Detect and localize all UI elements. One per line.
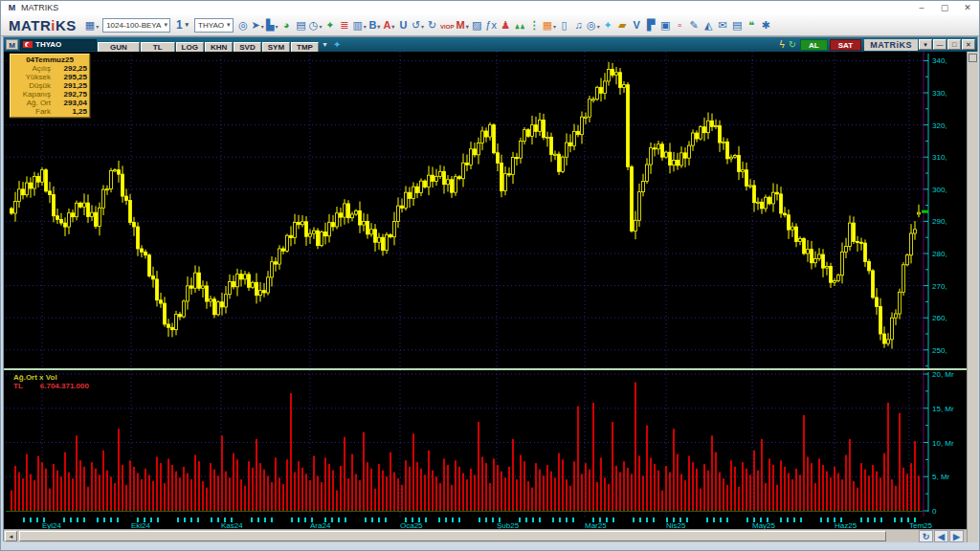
chart-mode-button-gun[interactable]: GUN — [98, 42, 140, 53]
calculator-icon[interactable]: ▤ — [731, 17, 744, 33]
svg-text:300,: 300, — [932, 186, 947, 194]
chart-area[interactable]: 340,330,320,310,300,290,280,270,260,250,… — [4, 52, 977, 542]
twitter-icon[interactable]: ✦ — [602, 17, 614, 33]
bold-icon[interactable]: B▾ — [368, 17, 381, 34]
chart-mode-button-svd[interactable]: SVD — [234, 42, 260, 53]
info-row-aort: Ağ. Ort293,04 — [12, 99, 87, 107]
package-icon[interactable]: ▦▾ — [543, 17, 556, 34]
chevron-down-icon: ▾ — [421, 24, 424, 30]
chevron-down-icon: ▾ — [597, 24, 600, 30]
refresh-icon[interactable]: ↻ — [789, 39, 796, 50]
agreement-icon[interactable]: ✦ — [323, 17, 336, 33]
symbol-search-icon[interactable]: ◎▾ — [587, 17, 600, 34]
window-maximize-button[interactable]: □ — [947, 39, 961, 50]
chat-icon[interactable]: ❝ — [746, 17, 758, 33]
redo-icon[interactable]: ↻ — [426, 17, 438, 33]
minimize-button[interactable]: – — [910, 3, 933, 12]
chart-type-icon[interactable]: ▙▾ — [266, 17, 278, 34]
chevron-down-icon: ▾ — [553, 24, 556, 30]
scroll-bar-left-icon[interactable]: ◀ — [934, 530, 948, 542]
quick-trade-icon[interactable]: ϟ — [779, 39, 784, 50]
matriks-logo: MATRiKS — [9, 17, 77, 33]
page-number-select[interactable]: 1▾ — [176, 18, 189, 33]
zoom-icon[interactable]: ◎ — [237, 17, 250, 33]
save-icon[interactable]: ▦▾ — [85, 17, 99, 34]
scroll-bar-right-icon[interactable]: ▶ — [949, 530, 964, 542]
info-row-dk: Düşük291,25 — [12, 81, 87, 90]
matriks-menu-icon[interactable]: M▾ — [456, 17, 468, 34]
window-minimize-button[interactable]: — — [933, 39, 947, 50]
symbol-combo[interactable]: THYAO▾ — [194, 18, 233, 33]
trendline-icon[interactable]: ➤▾ — [252, 17, 264, 34]
svg-text:May25: May25 — [752, 521, 776, 529]
chevron-down-icon: ▾ — [364, 24, 367, 30]
window-menu-button[interactable]: ▾ — [919, 39, 932, 50]
viop-icon[interactable]: VIOP — [440, 19, 454, 34]
analyst-icon[interactable]: ♟ — [500, 17, 512, 33]
chart-symbol-box[interactable]: THYAO — [20, 39, 97, 51]
svg-text:0: 0 — [932, 507, 937, 516]
undo-icon[interactable]: ↺▾ — [412, 17, 424, 34]
maximize-button[interactable]: ▢ — [933, 3, 956, 12]
font-color-icon[interactable]: A▾ — [383, 17, 395, 34]
traffic-light-icon[interactable]: ⋮ — [528, 17, 541, 33]
volume-pane[interactable]: 20, Mr15, Mr10, Mr5, Mr0 — [4, 370, 967, 517]
chart-window-icon[interactable]: ▨ — [471, 17, 483, 33]
chevron-down-icon: ▾ — [186, 21, 189, 29]
svg-text:Eyl24: Eyl24 — [42, 521, 62, 529]
period-dropdown-icon[interactable]: ▼ — [322, 41, 328, 48]
chart-mode-button-log[interactable]: LOG — [176, 42, 204, 53]
svg-text:320,: 320, — [932, 121, 947, 130]
right-scroll-strip[interactable] — [967, 52, 978, 542]
draw-icon[interactable]: ✎ — [688, 17, 701, 33]
viop-v-icon[interactable]: V — [631, 17, 643, 33]
svg-text:260,: 260, — [932, 314, 947, 322]
formula-icon[interactable]: ƒx — [485, 17, 498, 33]
titlebar-brand: MATRiKS — [864, 39, 918, 51]
underline-icon[interactable]: U — [397, 17, 410, 33]
svg-text:Eki24: Eki24 — [131, 521, 151, 529]
speaker-icon[interactable]: ♫ — [572, 17, 585, 33]
chevron-down-icon: ▾ — [96, 24, 99, 30]
volume-currency-label: TL — [13, 382, 23, 390]
settings-gears-icon[interactable]: ✱ — [760, 17, 772, 33]
market-depth-icon[interactable]: ≣ — [338, 17, 350, 33]
matriks-app: M MATRIKS – ▢ ✕ MATRiKS ▦▾ 1024-100-BEYA… — [0, 0, 980, 551]
chart-mode-button-sym[interactable]: SYM — [262, 42, 290, 53]
bell-icon[interactable]: ◭ — [702, 17, 715, 33]
svg-text:15, Mr: 15, Mr — [932, 405, 954, 413]
screen-share-icon[interactable]: ▣ — [659, 17, 672, 33]
chart-window-menu-icon[interactable]: M — [6, 39, 18, 50]
quote-screen-icon[interactable]: ▤ — [295, 17, 307, 33]
news-icon[interactable]: ▥▾ — [352, 17, 366, 34]
mail-icon[interactable]: ✉ — [717, 17, 729, 33]
volume-total-value: 6.704.371.000 — [40, 382, 89, 390]
sell-button[interactable]: SAT — [830, 39, 861, 51]
scrollbar-thumb[interactable] — [19, 531, 886, 541]
chart-mode-button-khn[interactable]: KHN — [205, 42, 233, 53]
pane-splitter-button[interactable] — [969, 54, 977, 62]
info-row-al: Açılış292,25 — [12, 64, 87, 73]
buy-button[interactable]: AL — [800, 39, 828, 51]
scroll-left-button[interactable]: ◄ — [5, 531, 17, 541]
twitter-icon[interactable]: ✦ — [333, 39, 341, 50]
report-icon[interactable]: ▯ — [558, 17, 570, 33]
layout-combo[interactable]: 1024-100-BEYA▾ — [102, 18, 170, 33]
svg-text:Oca25: Oca25 — [400, 521, 423, 529]
window-close-button[interactable]: ✕ — [962, 39, 975, 50]
chart-h-scrollbar[interactable]: ◄ ↻ ◀ ▶ — [4, 529, 967, 542]
pie-chart-icon[interactable]: ◕ — [280, 17, 293, 33]
folder-icon[interactable]: ▰ — [616, 17, 629, 33]
auto-scroll-icon[interactable]: ↻ — [919, 530, 933, 542]
chart-mode-button-tmp[interactable]: TMP — [291, 42, 319, 53]
close-button[interactable]: ✕ — [956, 3, 979, 12]
chart-analysis-icon[interactable]: ▛ — [645, 17, 657, 33]
alarm-list-icon[interactable]: ▫ — [674, 17, 686, 33]
ohlc-info-box: 04Temmuz25 Açılış292,25Yüksek295,25Düşük… — [10, 54, 90, 118]
price-pane[interactable]: 340,330,320,310,300,290,280,270,260,250, — [4, 52, 967, 368]
info-row-fark: Fark1,25 — [12, 107, 87, 116]
chart-mode-button-tl[interactable]: TL — [141, 42, 175, 53]
portfolio-users-icon[interactable]: ♟♟ — [514, 19, 526, 34]
time-sales-icon[interactable]: ◷▾ — [309, 17, 323, 34]
svg-text:280,: 280, — [932, 250, 947, 258]
